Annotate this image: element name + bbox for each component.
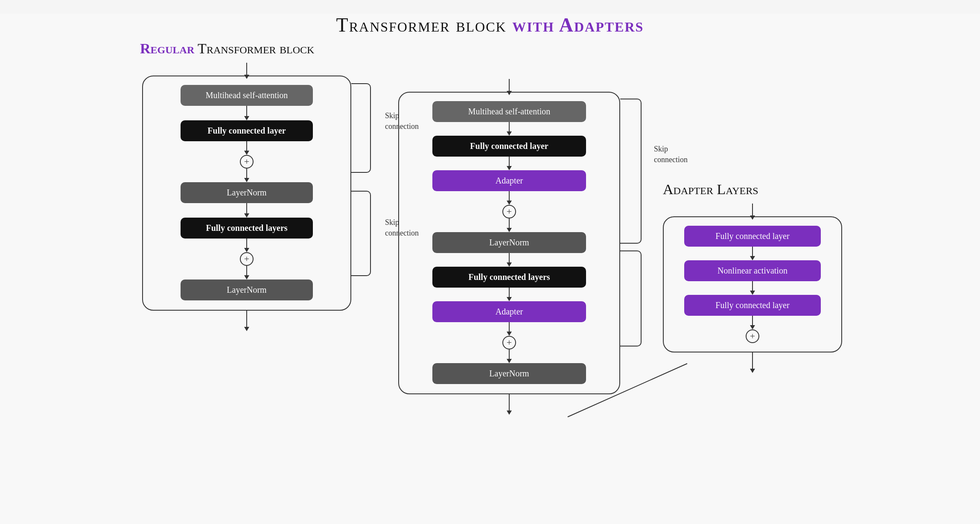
page-title: Transformer block with Adapters	[336, 14, 644, 36]
d2-adapter2-node: Adapter	[432, 301, 586, 322]
d1-outer-box: Skip connection Multihead self-attention…	[142, 76, 351, 311]
d3-title-text: Adapter Layers	[663, 181, 758, 197]
d2-mha-node: Multihead self-attention	[432, 101, 586, 122]
d3-title: Adapter Layers	[663, 181, 842, 198]
title-with: with	[512, 14, 559, 36]
title-text1: Transformer block	[336, 14, 513, 36]
d1-skip1-bracket	[351, 83, 371, 173]
d1-ln2-node: LayerNorm	[181, 279, 313, 300]
d3-fc1-node: Fully connected layer	[684, 226, 821, 247]
d2-ln2-node: LayerNorm	[432, 363, 586, 384]
d2-fc1-node: Fully connected layer	[432, 136, 586, 157]
d1-ln1-node: LayerNorm	[181, 182, 313, 203]
d2-skip2-bracket	[620, 250, 642, 346]
d1-skip2-bracket	[351, 191, 371, 276]
d2-skip1-bracket	[620, 99, 642, 244]
d1-title-rest: Transformer block	[194, 41, 314, 56]
d2-adapter1-node: Adapter	[432, 170, 586, 191]
d2-skip1-label: Skip connection	[654, 144, 688, 165]
title-text2: Adapters	[559, 14, 644, 36]
d1-mha-node: Multihead self-attention	[181, 85, 313, 106]
page: Transformer block with Adapters Regular …	[0, 14, 980, 524]
d2-fc2-node: Fully connected layers	[432, 267, 586, 288]
diagram1-title: Regular Transformer block	[140, 41, 353, 57]
d1-title-purple: Regular	[140, 41, 194, 56]
d1-fc2-node: Fully connected layers	[181, 218, 313, 239]
d1-plus1: +	[240, 155, 254, 169]
d3-nonlinear-node: Nonlinear activation	[684, 260, 821, 281]
d2-plus2: +	[502, 336, 516, 349]
d1-plus2: +	[240, 252, 254, 266]
d3-fc2-node: Fully connected layer	[684, 295, 821, 316]
diagram-regular: Regular Transformer block Skip connectio…	[131, 41, 362, 328]
d3-outer-box: Fully connected layer Nonlinear activati…	[663, 216, 842, 352]
diagram-adapter-layers: Adapter Layers Fully connected layer Non…	[656, 181, 849, 370]
d1-fc1-node: Fully connected layer	[181, 120, 313, 141]
diagram-adapters: Skip connection Multihead self-attention…	[385, 79, 633, 411]
d2-plus1: +	[502, 205, 516, 218]
d3-plus: +	[746, 329, 759, 343]
d2-ln1-node: LayerNorm	[432, 232, 586, 253]
d2-outer-box: Skip connection Multihead self-attention…	[398, 92, 620, 394]
